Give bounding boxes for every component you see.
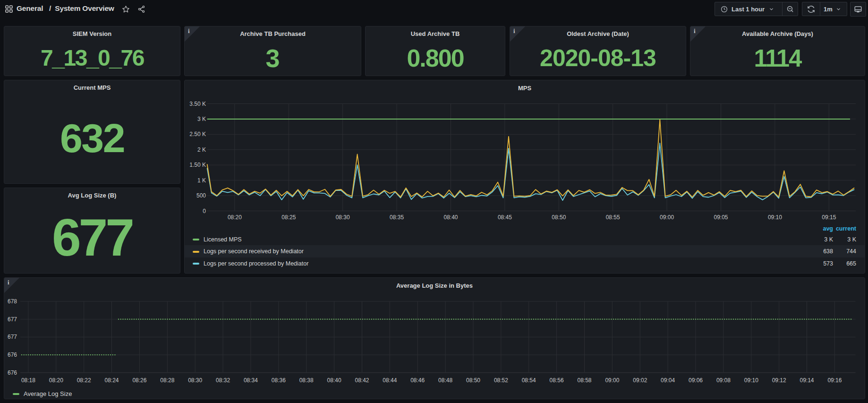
svg-text:08:55: 08:55 <box>606 214 620 221</box>
svg-text:1.50 K: 1.50 K <box>189 162 206 168</box>
svg-text:3 K: 3 K <box>197 116 206 122</box>
svg-text:09:15: 09:15 <box>822 214 836 221</box>
svg-text:09:05: 09:05 <box>714 214 728 221</box>
svg-text:08:40: 08:40 <box>327 377 341 384</box>
svg-text:08:30: 08:30 <box>336 214 350 221</box>
svg-text:08:58: 08:58 <box>577 377 591 384</box>
svg-text:08:44: 08:44 <box>383 377 397 384</box>
svg-text:09:10: 09:10 <box>744 377 758 384</box>
svg-text:677: 677 <box>8 316 17 323</box>
svg-text:09:00: 09:00 <box>660 214 674 221</box>
svg-text:08:36: 08:36 <box>272 377 286 384</box>
svg-text:08:26: 08:26 <box>132 377 146 384</box>
svg-text:3.50 K: 3.50 K <box>189 101 206 107</box>
svg-text:676: 676 <box>8 352 17 358</box>
svg-text:08:38: 08:38 <box>299 377 314 384</box>
svg-text:08:56: 08:56 <box>550 377 564 384</box>
svg-text:09:02: 09:02 <box>633 377 647 384</box>
svg-text:08:45: 08:45 <box>498 214 512 221</box>
svg-text:677: 677 <box>8 334 17 340</box>
svg-text:676: 676 <box>8 369 17 376</box>
svg-text:09:08: 09:08 <box>716 377 731 384</box>
svg-text:08:20: 08:20 <box>228 214 242 221</box>
svg-text:678: 678 <box>8 298 17 305</box>
svg-text:08:20: 08:20 <box>49 377 63 384</box>
svg-text:08:25: 08:25 <box>281 214 296 221</box>
svg-text:09:10: 09:10 <box>768 214 782 221</box>
svg-text:08:52: 08:52 <box>494 377 508 384</box>
svg-text:1 K: 1 K <box>197 177 206 184</box>
svg-text:08:22: 08:22 <box>77 377 91 384</box>
svg-text:09:00: 09:00 <box>605 377 619 384</box>
svg-text:08:46: 08:46 <box>410 377 425 384</box>
svg-text:0: 0 <box>203 208 206 214</box>
svg-text:2.50 K: 2.50 K <box>189 131 206 137</box>
svg-text:08:54: 08:54 <box>522 377 536 384</box>
svg-text:08:28: 08:28 <box>160 377 174 384</box>
svg-text:09:14: 09:14 <box>800 377 814 384</box>
svg-text:08:18: 08:18 <box>21 377 35 384</box>
svg-text:08:32: 08:32 <box>216 377 230 384</box>
svg-text:08:30: 08:30 <box>188 377 202 384</box>
svg-text:08:50: 08:50 <box>466 377 480 384</box>
svg-text:08:34: 08:34 <box>244 377 258 384</box>
svg-text:09:12: 09:12 <box>772 377 786 384</box>
svg-text:08:40: 08:40 <box>443 214 458 221</box>
svg-text:08:35: 08:35 <box>390 214 404 221</box>
svg-text:09:06: 09:06 <box>689 377 703 384</box>
svg-text:08:50: 08:50 <box>552 214 566 221</box>
svg-text:500: 500 <box>196 192 206 199</box>
svg-text:09:16: 09:16 <box>827 377 842 384</box>
svg-text:08:42: 08:42 <box>355 377 369 384</box>
svg-text:09:04: 09:04 <box>661 377 675 384</box>
svg-text:2 K: 2 K <box>197 146 206 153</box>
svg-text:08:48: 08:48 <box>438 377 452 384</box>
svg-text:08:24: 08:24 <box>104 377 119 384</box>
